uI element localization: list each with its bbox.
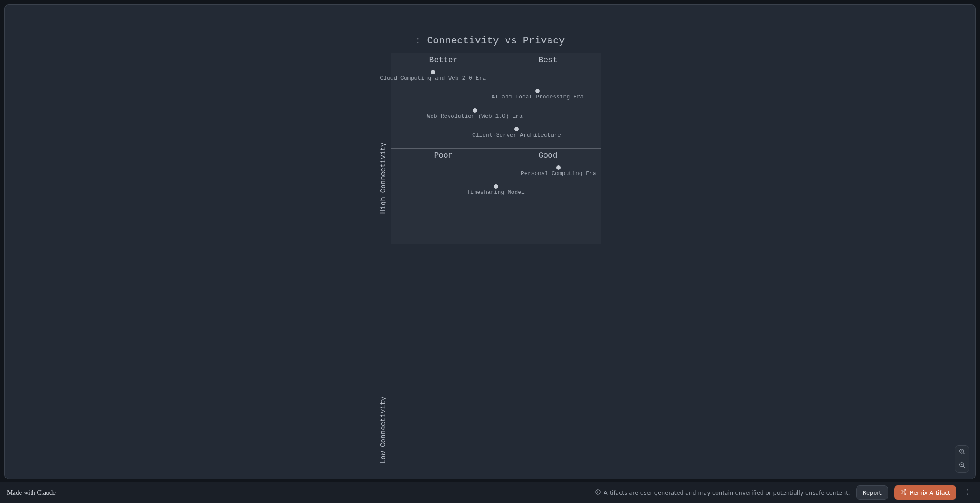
svg-point-14 [967,491,968,492]
artifact-frame: : Connectivity vs Privacy High Connectiv… [4,4,976,479]
svg-point-13 [967,489,968,490]
chart-plot-area: High Connectivity Low Connectivity Bette… [379,53,601,479]
zoom-in-icon [959,448,966,457]
report-button-label: Report [863,489,882,496]
svg-point-9 [597,491,598,491]
more-menu-button[interactable] [962,487,973,498]
y-axis-low-label: Low Connectivity [379,304,387,480]
chart-title: : Connectivity vs Privacy [415,35,565,46]
svg-line-1 [963,453,965,454]
data-point [494,184,498,189]
brand-label: Made with Claude [7,489,56,496]
data-point-label: Timesharing Model [467,189,525,196]
svg-point-15 [967,493,968,494]
data-point-label: Personal Computing Era [521,170,596,177]
quadrant-label-best: Best [538,56,557,64]
zoom-controls [955,445,969,473]
svg-line-5 [963,466,965,468]
data-point-label: Web Revolution (Web 1.0) Era [427,113,522,120]
quadrant-label-better: Better [429,56,458,64]
data-point-label: AI and Local Processing Era [492,94,584,100]
footer-bar: Made with Claude Artifacts are user-gene… [0,482,980,503]
zoom-in-button[interactable] [955,446,969,459]
info-icon [595,489,601,496]
data-point [473,108,477,113]
remix-button[interactable]: Remix Artifact [894,485,956,500]
quadrant-chart: : Connectivity vs Privacy High Connectiv… [379,35,601,479]
quadrant-label-poor: Poor [434,151,453,160]
notice: Artifacts are user-generated and may con… [595,489,850,496]
quadrant-grid: Better Best Poor Good Cloud Computing an… [391,53,601,244]
zoom-out-button[interactable] [955,459,969,472]
data-point [514,127,519,131]
y-axis: High Connectivity Low Connectivity [379,53,391,479]
shuffle-icon [900,489,906,496]
remix-button-label: Remix Artifact [910,489,950,496]
data-point-label: Cloud Computing and Web 2.0 Era [380,75,486,81]
zoom-out-icon [959,461,966,470]
y-axis-high-label: High Connectivity [379,53,387,304]
data-point-label: Client-Server Architecture [472,132,561,138]
notice-text: Artifacts are user-generated and may con… [604,489,850,496]
svg-line-12 [901,490,903,491]
report-button[interactable]: Report [856,485,888,500]
kebab-icon [964,489,971,497]
quadrant-label-good: Good [538,151,557,160]
data-point [431,70,435,74]
data-point [535,89,540,93]
data-point [556,165,561,170]
